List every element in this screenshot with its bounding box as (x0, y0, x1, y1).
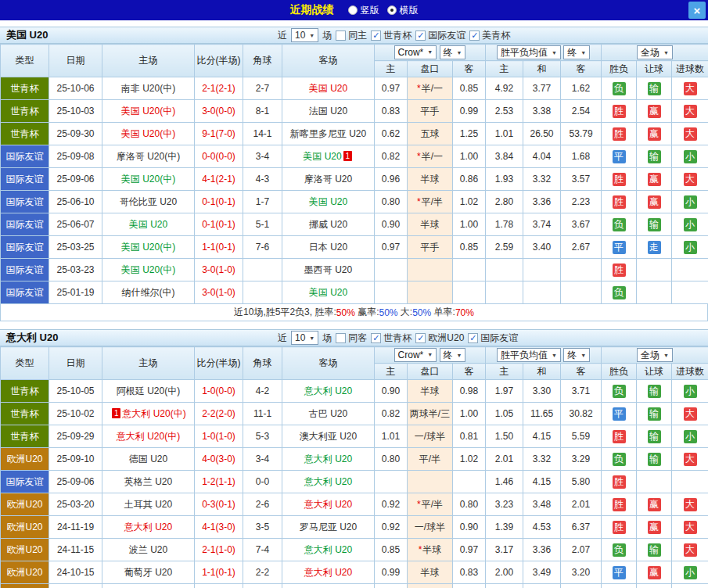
wdl-avg-select[interactable]: 胜平负均值▼ (497, 348, 561, 362)
subcol-home-odds: 主 (375, 364, 408, 380)
corners: 2-7 (243, 77, 282, 100)
col-score: 比分(半场) (195, 347, 243, 380)
result-cell: 平 (602, 584, 637, 588)
checkbox-icon[interactable]: ✓ (371, 30, 381, 41)
handicap-result-badge: 赢 (648, 127, 661, 141)
handicap-line: 半球 (408, 380, 453, 403)
home-team-name: 意大利 U20(中) (117, 431, 180, 442)
away-team-cell: 意大利 U20 (282, 471, 375, 493)
score: 1-2(1-1) (195, 471, 243, 493)
filter-comp-worldcup[interactable]: ✓世青杯 (371, 29, 412, 42)
goals-result-badge: 大 (684, 521, 697, 534)
handicap-text: 半/一 (422, 151, 443, 162)
filter-comp-friendly[interactable]: ✓国际友谊 (468, 332, 518, 345)
result-badge: 胜 (613, 127, 626, 141)
checkbox-icon[interactable]: ✓ (415, 30, 426, 41)
competition-badge: 欧洲U20 (1, 539, 49, 561)
away-team-cell: 意大利 U20 (282, 561, 375, 584)
handicap-result-cell: 输 (637, 584, 672, 588)
filter-bar: 近 10▼ 场 同主 ✓世青杯 ✓国际友谊 ✓美青杯 (278, 28, 510, 42)
home-handicap-odds: 0.90 (375, 380, 408, 403)
result-badge: 负 (613, 82, 626, 95)
away-team-cell: 罗马尼亚 U20 (282, 516, 375, 539)
scope-select[interactable]: 全场▼ (637, 348, 673, 362)
corners (243, 281, 282, 304)
checkbox-icon[interactable] (336, 30, 346, 41)
wdl-avg-select[interactable]: 胜平负均值▼ (497, 45, 561, 59)
handicap-line: 五球 (408, 123, 453, 145)
handicap-text: 半/一 (422, 83, 443, 94)
goals-result-cell: 小 (672, 425, 708, 448)
filter-same-venue[interactable]: 同客 (336, 332, 367, 345)
away-handicap-odds (453, 259, 486, 281)
close-button[interactable]: × (688, 2, 706, 19)
filter-comp-euro-u20[interactable]: ✓欧洲U20 (415, 332, 464, 345)
odds-source-select[interactable]: Crow*▼ (394, 348, 437, 362)
result-cell: 胜 (602, 471, 637, 493)
col-home: 主场 (102, 347, 195, 380)
scope-select[interactable]: 全场▼ (637, 45, 673, 59)
radio-icon[interactable] (348, 5, 358, 15)
odds-home-win: 1.78 (486, 213, 523, 236)
corners: 1-7 (243, 191, 282, 213)
away-handicap-odds: 0.80 (453, 493, 486, 516)
result-cell: 平 (602, 145, 637, 168)
match-date: 24-10-15 (49, 561, 102, 584)
result-badge: 胜 (613, 498, 626, 511)
filter-same-venue[interactable]: 同主 (336, 29, 367, 42)
result-cell: 胜 (602, 168, 637, 191)
away-handicap-odds: 0.87 (453, 584, 486, 588)
handicap-line: 半球 (408, 561, 453, 584)
checkbox-icon[interactable]: ✓ (371, 333, 381, 343)
handicap-result-badge: 输 (648, 385, 661, 398)
home-team-name: 纳什维尔(中) (122, 287, 175, 298)
handicap-result-cell: 赢 (637, 191, 672, 213)
radio-icon[interactable] (387, 5, 397, 15)
away-handicap-odds (453, 281, 486, 304)
checkbox-icon[interactable] (336, 333, 346, 343)
corners: 7-6 (243, 236, 282, 259)
match-date: 25-06-10 (49, 191, 102, 213)
handicap-text: 平/半 (422, 196, 443, 207)
filter-comp-concacaf[interactable]: ✓美青杯 (469, 29, 510, 42)
filter-comp-friendly[interactable]: ✓国际友谊 (415, 29, 465, 42)
away-handicap-odds: 1.00 (453, 145, 486, 168)
goals-result-cell: 小 (672, 191, 708, 213)
odds-group-header: Crow*▼ 终▼ (375, 45, 486, 61)
handicap-result-cell: 赢 (637, 493, 672, 516)
result-badge: 胜 (613, 105, 626, 118)
handicap-result-badge: 输 (648, 543, 661, 557)
away-team-cell: 古巴 U20 (282, 403, 375, 425)
result-cell: 负 (602, 539, 637, 561)
layout-radio-horizontal[interactable]: 横版 (387, 4, 419, 17)
checkbox-icon[interactable]: ✓ (469, 30, 480, 41)
handicap-line: 一/球半 (408, 516, 453, 539)
odds-source-select[interactable]: Crow*▼ (394, 45, 437, 59)
select-value: 全场 (641, 46, 659, 59)
filter-bar: 近 10▼ 场 同客 ✓世青杯 ✓欧洲U20 ✓国际友谊 (278, 331, 518, 345)
home-team-cell: 美国 U20(中) (102, 100, 195, 123)
match-date: 25-03-25 (49, 236, 102, 259)
match-count-select[interactable]: 10▼ (291, 28, 318, 42)
filter-comp-worldcup[interactable]: ✓世青杯 (371, 332, 412, 345)
odds-final-select[interactable]: 终▼ (440, 348, 466, 362)
subcol-away-win: 客 (561, 61, 602, 77)
odds-home-win: 1.97 (486, 380, 523, 403)
match-row: 国际友谊 25-09-06 英格兰 U20 1-2(1-1) 0-0 意大利 U… (1, 471, 708, 493)
home-handicap-odds: 0.92 (375, 516, 408, 539)
match-row: 欧洲U20 24-10-15 葡萄牙 U20 1-1(0-1) 2-2 意大利 … (1, 561, 708, 584)
handicap-result-cell: 赢 (637, 123, 672, 145)
match-row: 欧洲U20 25-03-20 土耳其 U20 0-3(0-1) 2-6 意大利 … (1, 493, 708, 516)
checkbox-icon[interactable]: ✓ (468, 333, 478, 343)
col-away: 客场 (282, 347, 375, 380)
wdl-final-select[interactable]: 终▼ (563, 45, 590, 59)
home-handicap-odds: 1.01 (375, 425, 408, 448)
goals-result-cell: 大 (672, 448, 708, 471)
match-count-select[interactable]: 10▼ (291, 331, 318, 345)
odds-final-select[interactable]: 终▼ (440, 45, 466, 59)
checkbox-icon[interactable]: ✓ (415, 333, 426, 343)
result-badge: 胜 (613, 475, 626, 489)
wdl-final-select[interactable]: 终▼ (563, 348, 590, 362)
layout-radio-vertical[interactable]: 竖版 (348, 4, 379, 17)
summary-segment: 50% (379, 307, 397, 318)
